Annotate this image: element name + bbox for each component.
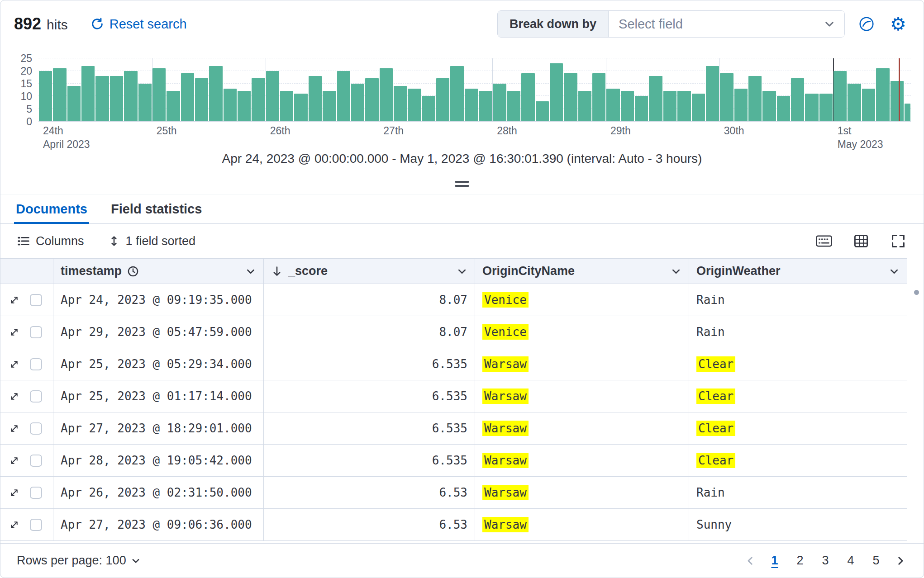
row-checkbox[interactable]	[30, 455, 42, 467]
histogram-bar[interactable]	[337, 71, 350, 121]
row-checkbox[interactable]	[30, 422, 42, 435]
chevron-down-icon[interactable]	[889, 266, 900, 277]
histogram-bar[interactable]	[635, 96, 648, 121]
histogram-bar[interactable]	[848, 84, 861, 121]
histogram-bar[interactable]	[621, 91, 634, 121]
histogram-bar[interactable]	[53, 68, 66, 121]
fullscreen-button[interactable]	[888, 231, 908, 251]
row-checkbox[interactable]	[30, 390, 42, 403]
expand-document-button[interactable]	[9, 359, 20, 370]
histogram-bar[interactable]	[39, 71, 52, 121]
histogram-bar[interactable]	[294, 94, 307, 121]
histogram-bar[interactable]	[351, 84, 364, 121]
chevron-down-icon[interactable]	[457, 266, 467, 277]
histogram-bar[interactable]	[181, 73, 194, 121]
edit-visualization-button[interactable]	[857, 14, 876, 34]
histogram-bar[interactable]	[224, 89, 237, 121]
histogram-bar[interactable]	[422, 96, 435, 121]
histogram-bar[interactable]	[436, 78, 449, 121]
histogram-bar[interactable]	[834, 71, 847, 121]
histogram-plot[interactable]	[38, 58, 911, 122]
histogram-bar[interactable]	[450, 66, 463, 121]
histogram-bar[interactable]	[891, 81, 904, 121]
histogram-bar[interactable]	[706, 66, 719, 121]
column-header-score[interactable]: _score	[264, 258, 475, 284]
histogram-bar[interactable]	[167, 91, 180, 121]
expand-document-button[interactable]	[9, 294, 20, 306]
histogram-bar[interactable]	[465, 89, 478, 121]
histogram-bar[interactable]	[323, 91, 336, 121]
display-options-button[interactable]	[851, 231, 871, 251]
page-button-3[interactable]: 3	[815, 550, 836, 571]
column-header-timestamp[interactable]: timestamp	[53, 258, 264, 284]
histogram-bar[interactable]	[394, 86, 407, 121]
histogram-bar[interactable]	[209, 66, 222, 121]
sort-fields-button[interactable]: 1 field sorted	[105, 234, 199, 249]
histogram-bar[interactable]	[777, 96, 790, 121]
histogram-bar[interactable]	[309, 76, 322, 121]
tab-documents[interactable]: Documents	[14, 194, 89, 223]
column-header-originweather[interactable]: OriginWeather	[689, 258, 907, 284]
histogram-bar[interactable]	[380, 68, 393, 121]
row-checkbox[interactable]	[30, 326, 42, 338]
row-checkbox[interactable]	[30, 294, 42, 306]
tab-field-statistics[interactable]: Field statistics	[109, 194, 204, 223]
page-button-4[interactable]: 4	[840, 550, 861, 571]
row-checkbox[interactable]	[30, 358, 42, 370]
histogram-bar[interactable]	[81, 66, 95, 121]
page-button-5[interactable]: 5	[866, 550, 886, 571]
resize-handle-icon[interactable]	[455, 181, 469, 187]
keyboard-shortcuts-button[interactable]	[814, 231, 834, 251]
histogram-bar[interactable]	[606, 89, 619, 121]
page-button-2[interactable]: 2	[790, 550, 810, 571]
reset-search-button[interactable]: Reset search	[88, 16, 190, 32]
histogram-bar[interactable]	[819, 94, 833, 121]
expand-document-button[interactable]	[9, 455, 20, 466]
previous-page-button[interactable]	[741, 555, 760, 567]
histogram-bar[interactable]	[408, 89, 421, 121]
histogram-bar[interactable]	[95, 76, 109, 121]
histogram-bar[interactable]	[876, 68, 889, 121]
expand-document-button[interactable]	[9, 423, 20, 434]
histogram-bar[interactable]	[521, 73, 534, 121]
histogram-bar[interactable]	[479, 91, 492, 121]
page-button-1[interactable]: 1	[764, 550, 785, 571]
histogram-bar[interactable]	[195, 78, 208, 121]
histogram-bar[interactable]	[564, 73, 577, 121]
histogram-bar[interactable]	[124, 71, 137, 121]
histogram-bar[interactable]	[762, 91, 776, 121]
histogram-bar[interactable]	[138, 84, 152, 121]
histogram-bar[interactable]	[748, 76, 762, 121]
histogram-bar[interactable]	[578, 91, 591, 121]
histogram-bar[interactable]	[67, 86, 81, 121]
histogram-bar[interactable]	[592, 73, 605, 121]
histogram-bar[interactable]	[238, 91, 251, 121]
histogram-bar[interactable]	[550, 63, 563, 121]
histogram-bar[interactable]	[110, 76, 123, 121]
histogram-bar[interactable]	[805, 94, 818, 121]
histogram-bar[interactable]	[791, 78, 804, 121]
histogram-bar[interactable]	[734, 89, 748, 121]
expand-document-button[interactable]	[9, 327, 20, 338]
rows-per-page-button[interactable]: Rows per page: 100	[14, 553, 143, 568]
histogram-bar[interactable]	[365, 78, 378, 121]
next-page-button[interactable]	[891, 555, 910, 567]
histogram-bar[interactable]	[649, 76, 662, 121]
chevron-down-icon[interactable]	[245, 266, 256, 277]
histogram-bar[interactable]	[663, 91, 676, 121]
columns-button[interactable]: Columns	[14, 234, 87, 249]
histogram-bar[interactable]	[507, 91, 520, 121]
breakdown-field-select[interactable]: Select field	[609, 11, 844, 37]
histogram-bar[interactable]	[152, 68, 166, 121]
histogram-bar[interactable]	[266, 71, 279, 121]
row-checkbox[interactable]	[30, 519, 42, 531]
expand-document-button[interactable]	[9, 487, 20, 498]
chevron-down-icon[interactable]	[671, 266, 681, 277]
histogram-bar[interactable]	[280, 91, 293, 121]
expand-document-button[interactable]	[9, 391, 20, 402]
histogram-bar[interactable]	[677, 91, 691, 121]
expand-document-button[interactable]	[9, 519, 20, 531]
histogram-bar[interactable]	[905, 104, 910, 121]
histogram-bar[interactable]	[536, 101, 549, 121]
histogram-bar[interactable]	[692, 94, 705, 121]
